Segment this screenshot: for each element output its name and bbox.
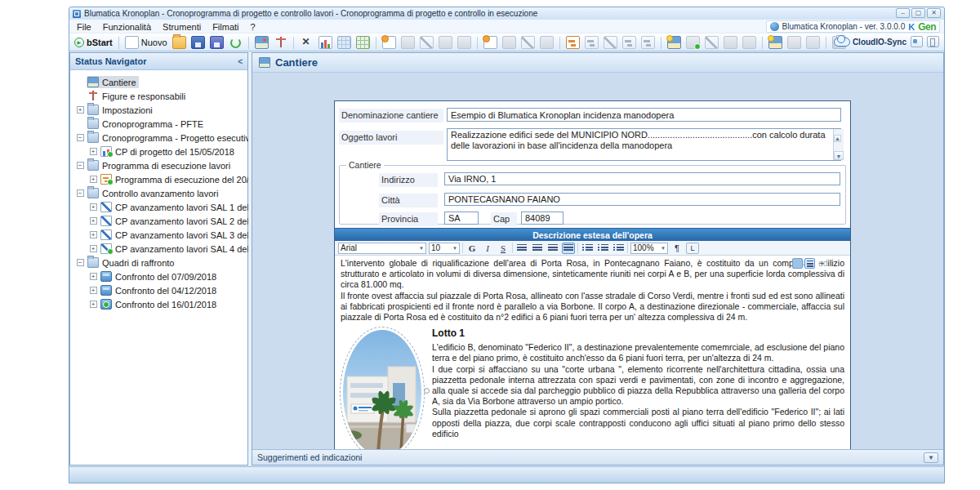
expand-icon[interactable]: +	[77, 106, 84, 114]
move-icon[interactable]: +	[817, 258, 827, 269]
menu-filmati[interactable]: Filmati	[207, 21, 244, 33]
bstart-button[interactable]: bStart	[73, 38, 114, 47]
indirizzo-input[interactable]	[444, 172, 840, 185]
expand-icon[interactable]: +	[90, 203, 97, 211]
expand-icon[interactable]: +	[90, 301, 97, 308]
tree-item[interactable]: +CP avanzamento lavori SAL 4 del 25/02/2…	[70, 242, 247, 256]
italic-button[interactable]: I	[481, 243, 494, 254]
tree-item[interactable]: −Programma di esecuzione lavori	[70, 158, 247, 172]
pilcrow-button[interactable]: ¶	[670, 243, 684, 254]
tree-item-body[interactable]: Cronoprogramma - Progetto esecutivo	[87, 131, 257, 144]
bold-button[interactable]: G	[466, 243, 479, 254]
tree-item-body[interactable]: Impostazioni	[87, 104, 155, 116]
tree-item-body[interactable]: Cantiere	[87, 76, 139, 88]
oggetto-textarea[interactable]	[447, 128, 841, 161]
sal-grafico-button[interactable]	[602, 36, 619, 49]
align-center-button[interactable]	[531, 243, 544, 254]
pel-grafico-button[interactable]	[519, 36, 537, 49]
collapse-icon[interactable]: −	[77, 259, 84, 266]
zoom-select[interactable]: 100%▼	[630, 243, 668, 254]
cp-elimina-button[interactable]	[456, 36, 473, 49]
provincia-input[interactable]	[444, 212, 479, 225]
open-button[interactable]	[171, 36, 188, 49]
report-esporta-button[interactable]	[804, 36, 822, 49]
tree-item[interactable]: +Confronto del 16/01/2018	[70, 297, 247, 311]
collapse-icon[interactable]: −	[77, 189, 84, 197]
close-button[interactable]: ✕	[927, 8, 941, 18]
maximize-button[interactable]: ▢	[911, 8, 925, 18]
expand-icon[interactable]: +	[90, 245, 97, 252]
tree-item[interactable]: +CP avanzamento lavori SAL 1 del 07/09/2…	[70, 200, 247, 214]
expand-icon[interactable]: +	[90, 176, 97, 183]
confronto-grafico-button[interactable]	[703, 36, 720, 49]
license-card-button[interactable]	[911, 36, 923, 47]
confronto-nuovo-button[interactable]	[666, 36, 683, 49]
underline-button[interactable]: S	[497, 243, 510, 254]
expand-suggestions-button[interactable]: ▼	[924, 452, 938, 463]
confronto-elimina-button[interactable]	[741, 36, 758, 49]
building-photo[interactable]	[342, 329, 422, 452]
refresh-button[interactable]	[227, 36, 244, 49]
sal-su-button[interactable]	[621, 36, 638, 49]
tree-item-body[interactable]: Figure e responsabili	[87, 90, 188, 102]
denominazione-input[interactable]	[447, 108, 841, 122]
tree-item-body[interactable]: Controllo avanzamento lavori	[87, 187, 220, 199]
new-button[interactable]: Nuovo	[123, 36, 169, 49]
minimize-button[interactable]: –	[896, 8, 910, 18]
citta-input[interactable]	[444, 193, 840, 206]
expand-icon[interactable]: +	[90, 217, 97, 225]
wrap-justify-icon[interactable]	[804, 258, 815, 269]
tree-item[interactable]: Figure e responsabili	[70, 89, 247, 103]
tree-item-body[interactable]: Cronoprogramma - PFTE	[87, 118, 206, 130]
collapse-icon[interactable]: −	[77, 134, 84, 141]
expand-icon[interactable]: +	[90, 148, 97, 155]
tree-item[interactable]: +CP avanzamento lavori SAL 2 del 04/12/2…	[70, 214, 247, 228]
report-apri-button[interactable]	[786, 36, 803, 49]
wrap-inline-icon[interactable]	[792, 258, 803, 269]
insert-field-button[interactable]: L	[686, 243, 699, 254]
tree-item[interactable]: −Quadri di raffronto	[70, 256, 247, 270]
cantiere-button[interactable]	[253, 36, 270, 49]
multilevel-list-button[interactable]	[612, 243, 625, 254]
report-nuovo-button[interactable]	[767, 36, 784, 49]
menu-?[interactable]: ?	[245, 21, 261, 33]
expand-icon[interactable]: +	[90, 273, 97, 280]
tree-item[interactable]: Cantiere	[70, 75, 247, 89]
oggetto-scrollbar[interactable]: ▲ ▼	[833, 129, 844, 160]
collapse-sidebar-button[interactable]: <	[238, 57, 243, 66]
pel-nuovo-button[interactable]	[482, 36, 499, 49]
align-justify-button[interactable]	[562, 243, 575, 254]
sal-nuovo-button[interactable]	[564, 36, 581, 49]
tree-item[interactable]: Cronoprogramma - PFTE	[70, 117, 247, 131]
save-edit-button[interactable]	[208, 36, 225, 49]
save-button[interactable]	[189, 36, 207, 49]
cp-apri-button[interactable]	[399, 36, 416, 49]
tree-item[interactable]: +Programma di esecuzione del 20/07/2018	[70, 172, 247, 186]
pel-elimina-button[interactable]	[538, 36, 555, 49]
cloud-sync-icon[interactable]	[834, 37, 849, 47]
statistiche-button[interactable]	[317, 36, 334, 49]
bullet-list-button[interactable]	[581, 243, 594, 254]
font-size-select[interactable]: 10▼	[429, 243, 460, 254]
cap-input[interactable]	[521, 212, 564, 225]
exit-button[interactable]	[927, 36, 939, 47]
tree-item[interactable]: −Cronoprogramma - Progetto esecutivo	[70, 131, 247, 145]
tree-item[interactable]: +CP avanzamento lavori SAL 3 del 16/01/2…	[70, 228, 247, 242]
expand-icon[interactable]: +	[90, 231, 97, 238]
tree-item-body[interactable]: CP di progetto del 15/05/2018	[100, 145, 237, 158]
tree-item-body[interactable]: Confronto del 16/01/2018	[100, 298, 219, 310]
pel-apri-button[interactable]	[501, 36, 518, 49]
tree-item[interactable]: +CP di progetto del 15/05/2018	[70, 145, 247, 158]
tree-item[interactable]: +Confronto del 07/09/2018	[70, 270, 247, 283]
editor-content[interactable]: + L'intervento globale di riqualificazio…	[335, 256, 850, 452]
tree-item-body[interactable]: Confronto del 07/09/2018	[100, 270, 219, 283]
numbered-list-button[interactable]	[596, 243, 609, 254]
tree-item[interactable]: +Impostazioni	[70, 103, 247, 117]
cp-grafico-button[interactable]	[418, 36, 435, 49]
align-right-button[interactable]	[546, 243, 559, 254]
suggestions-bar[interactable]: Suggerimenti ed indicazioni ▼	[252, 449, 943, 465]
photo-resize-handle[interactable]	[424, 388, 430, 394]
foglio-calcolo-button[interactable]	[354, 36, 372, 49]
sal-giu-button[interactable]	[639, 36, 657, 49]
collapse-icon[interactable]: −	[77, 162, 84, 169]
